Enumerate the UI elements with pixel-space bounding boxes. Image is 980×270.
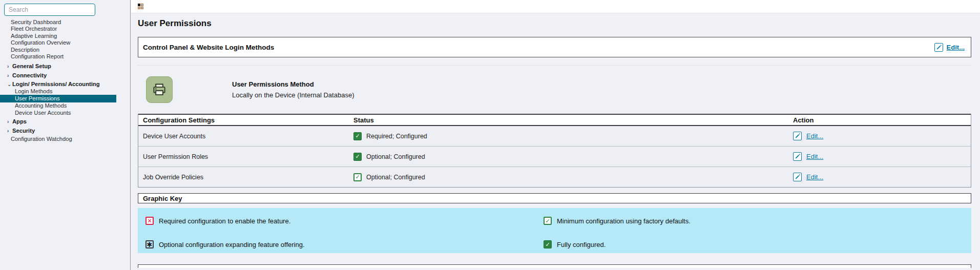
column-header-settings: Configuration Settings — [138, 116, 353, 124]
sidebar-item-connectivity[interactable]: › Connectivity — [0, 72, 130, 79]
edit-pencil-icon — [793, 152, 802, 161]
sidebar-item-configuration-overview[interactable]: Configuration Overview — [0, 39, 130, 46]
legend-item: ✱ Optional configuration expanding featu… — [145, 240, 544, 248]
permissions-method-row: User Permissions Method Locally on the D… — [138, 65, 971, 114]
chevron-right-icon: › — [7, 118, 11, 125]
configuration-table: Configuration Settings Status Action Dev… — [138, 114, 971, 188]
sidebar-item-user-permissions[interactable]: User Permissions — [0, 95, 116, 102]
sidebar-nav: Security Dashboard Fleet Orchestrator Ad… — [0, 19, 130, 143]
status-cell: ✓ Required; Configured — [353, 132, 793, 140]
grid-icon[interactable] — [138, 4, 143, 9]
action-cell: Edit... — [793, 132, 971, 140]
table-row: User Permission Roles ✓ Optional; Config… — [138, 147, 971, 167]
column-header-action: Action — [793, 116, 971, 124]
status-cell: ✓ Optional; Configured — [353, 153, 793, 161]
edit-pencil-icon — [934, 43, 943, 52]
sidebar-item-login-permissions-accounting[interactable]: ⌄ Login/ Permissions/ Accounting — [0, 81, 130, 88]
setting-name: User Permission Roles — [138, 153, 353, 160]
sidebar-item-adaptive-learning[interactable]: Adaptive Learning — [0, 33, 130, 39]
page-body: User Permissions Control Panel & Website… — [131, 18, 980, 268]
top-bar — [131, 0, 980, 13]
sidebar-item-general-setup[interactable]: › General Setup — [0, 63, 130, 70]
sidebar-item-label: General Setup — [12, 63, 51, 70]
optional-asterisk-icon: ✱ — [145, 240, 154, 248]
sidebar-item-device-user-accounts[interactable]: Device User Accounts — [0, 110, 130, 116]
search-input[interactable] — [4, 4, 95, 16]
section-edit-link[interactable]: Edit... — [947, 44, 965, 51]
section-header-panel: Control Panel & Website Login Methods Ed… — [138, 37, 971, 57]
row-edit-link[interactable]: Edit... — [806, 153, 823, 160]
permissions-method-text: User Permissions Method Locally on the D… — [232, 80, 354, 99]
legend-item: ✕ Required configuration to enable the f… — [145, 217, 544, 225]
status-text: Optional; Configured — [366, 153, 425, 160]
table-row: Device User Accounts ✓ Required; Configu… — [138, 126, 971, 147]
legend-label: Fully configured. — [557, 241, 606, 248]
legend-item: ✓ Minimum configuration using factory de… — [544, 217, 971, 225]
legend-label: Required configuration to enable the fea… — [159, 217, 290, 225]
row-edit-link[interactable]: Edit... — [806, 132, 823, 140]
status-text: Required; Configured — [366, 133, 427, 140]
sidebar-item-label: Security — [12, 128, 35, 134]
action-cell: Edit... — [793, 152, 971, 161]
table-header-row: Configuration Settings Status Action — [138, 114, 971, 126]
section-edit-button[interactable]: Edit... — [934, 43, 965, 52]
sidebar-item-label: Login/ Permissions/ Accounting — [12, 81, 100, 88]
action-cell: Edit... — [793, 173, 971, 181]
legend-label: Minimum configuration using factory defa… — [557, 217, 691, 225]
main-content: User Permissions Control Panel & Website… — [131, 0, 980, 270]
sidebar-item-login-methods[interactable]: Login Methods — [0, 88, 130, 95]
setting-name: Device User Accounts — [138, 133, 353, 140]
setting-name: Job Override Policies — [138, 174, 353, 181]
chevron-right-icon: › — [7, 63, 11, 70]
sidebar-item-apps[interactable]: › Apps — [0, 118, 130, 125]
checkbox-outline-icon: ✓ — [353, 173, 362, 181]
next-section-edge — [138, 264, 971, 268]
status-text: Optional; Configured — [366, 174, 425, 181]
graphic-key-title: Graphic Key — [143, 195, 182, 202]
method-value: Locally on the Device (Internal Database… — [232, 91, 354, 99]
sidebar-item-configuration-watchdog[interactable]: Configuration Watchdog — [0, 136, 130, 142]
sidebar: Security Dashboard Fleet Orchestrator Ad… — [0, 0, 131, 270]
sidebar-item-configuration-report[interactable]: Configuration Report — [0, 53, 130, 60]
chevron-right-icon: › — [7, 128, 11, 134]
chevron-down-icon: ⌄ — [7, 81, 11, 88]
sidebar-item-security-dashboard[interactable]: Security Dashboard — [0, 19, 130, 26]
edit-pencil-icon — [793, 132, 802, 140]
section-header-title: Control Panel & Website Login Methods — [143, 44, 274, 51]
sidebar-item-security[interactable]: › Security — [0, 128, 130, 134]
graphic-key-legend: ✕ Required configuration to enable the f… — [138, 208, 971, 253]
method-title: User Permissions Method — [232, 80, 354, 88]
page-title: User Permissions — [138, 18, 971, 29]
sidebar-item-accounting-methods[interactable]: Accounting Methods — [0, 102, 130, 109]
sidebar-item-label: Apps — [12, 118, 27, 125]
legend-label: Optional configuration expanding feature… — [159, 241, 305, 248]
edit-pencil-icon — [793, 173, 802, 181]
sidebar-item-fleet-orchestrator[interactable]: Fleet Orchestrator — [0, 26, 130, 32]
printer-icon — [146, 76, 173, 103]
checkbox-checked-icon: ✓ — [353, 132, 362, 140]
table-row: Job Override Policies ✓ Optional; Config… — [138, 167, 971, 188]
checkbox-outline-icon: ✓ — [544, 217, 552, 225]
required-x-icon: ✕ — [145, 217, 154, 225]
chevron-right-icon: › — [7, 72, 11, 79]
status-cell: ✓ Optional; Configured — [353, 173, 793, 181]
sidebar-item-description[interactable]: Description — [0, 47, 130, 53]
row-edit-link[interactable]: Edit... — [806, 173, 823, 181]
legend-item: ✓ Fully configured. — [544, 240, 971, 248]
column-header-status: Status — [353, 116, 793, 124]
graphic-key-header: Graphic Key — [138, 193, 971, 203]
sidebar-item-label: Connectivity — [12, 72, 47, 79]
checkbox-checked-icon: ✓ — [544, 240, 552, 248]
checkbox-checked-icon: ✓ — [353, 153, 362, 161]
